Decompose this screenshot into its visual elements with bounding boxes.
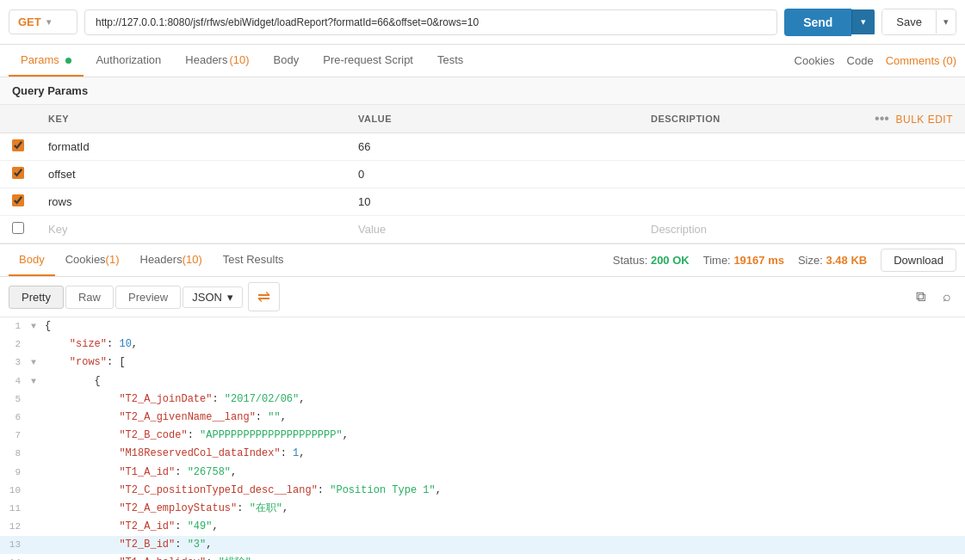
method-chevron-icon: ▾ <box>46 17 51 27</box>
desc-col-header: DESCRIPTION <box>639 105 792 133</box>
value-cell: 66 <box>346 133 639 161</box>
line-arrow: ▼ <box>31 354 45 370</box>
method-selector[interactable]: GET ▾ <box>9 9 77 34</box>
resp-tab-cookies[interactable]: Cookies(1) <box>55 244 130 276</box>
row-checkbox[interactable] <box>12 194 24 206</box>
resp-tab-test-results[interactable]: Test Results <box>213 244 294 276</box>
preview-button[interactable]: Preview <box>115 286 181 309</box>
tab-authorization[interactable]: Authorization <box>84 45 173 77</box>
line-content: "M18ReservedCol_dataIndex": 1, <box>45 446 305 462</box>
line-content: "T2_A_employStatus": "在职", <box>45 501 288 517</box>
save-button[interactable]: Save <box>882 9 936 34</box>
line-number: 1 <box>0 318 31 335</box>
save-button-group: Save ▾ <box>881 9 956 35</box>
value-col-header: VALUE <box>346 105 639 133</box>
tab-params[interactable]: Params <box>9 45 84 77</box>
line-content: "T2_A_joinDate": "2017/02/06", <box>45 391 305 408</box>
line-number: 4 <box>0 373 31 390</box>
value-cell: 0 <box>346 161 639 188</box>
comments-link[interactable]: Comments (0) <box>886 54 956 67</box>
copy-icon[interactable]: ⧉ <box>911 286 931 308</box>
more-options-button[interactable]: ••• <box>871 111 893 126</box>
status-value: 200 OK <box>651 254 690 267</box>
view-bar: Pretty Raw Preview JSON ▾ ⇌ ⧉ ⌕ <box>0 277 965 317</box>
line-number: 2 <box>0 336 31 353</box>
row-checkbox[interactable] <box>12 139 24 151</box>
line-arrow <box>31 555 45 557</box>
line-arrow <box>31 336 45 338</box>
code-area[interactable]: 1▼{2 "size": 10,3▼ "rows": [4▼ {5 "T2_A_… <box>0 317 965 560</box>
placeholder-checkbox-cell <box>0 216 36 243</box>
line-content: "T2_A_id": "49", <box>45 519 219 535</box>
table-row: formatId 66 <box>0 133 965 161</box>
line-arrow <box>31 483 45 484</box>
line-number: 5 <box>0 391 31 408</box>
actions-col-header: ••• Bulk Edit <box>792 105 965 133</box>
resp-tab-body[interactable]: Body <box>9 244 55 276</box>
query-params-title: Query Params <box>0 77 965 105</box>
top-tab-bar: Params Authorization Headers(10) Body Pr… <box>0 45 965 77</box>
line-arrow <box>31 465 45 466</box>
send-button-group: Send ▾ <box>784 9 875 36</box>
desc-cell <box>639 133 792 161</box>
line-number: 8 <box>0 446 31 462</box>
code-line: 2 "size": 10, <box>0 335 965 354</box>
table-row: offset 0 <box>0 161 965 188</box>
line-content: "size": 10, <box>45 336 138 353</box>
line-arrow <box>31 519 45 520</box>
code-line: 10 "T2_C_positionTypeId_desc__lang": "Po… <box>0 482 965 500</box>
code-link[interactable]: Code <box>847 54 874 67</box>
line-content: "T2_B_code": "APPPPPPPPPPPPPPPPPPPP", <box>45 428 349 444</box>
params-table-body: formatId 66 offset 0 rows 10 <box>0 133 965 243</box>
pretty-button[interactable]: Pretty <box>9 286 64 309</box>
placeholder-key-cell: Key <box>36 216 346 243</box>
line-arrow <box>31 537 45 538</box>
download-button[interactable]: Download <box>881 249 956 272</box>
line-arrow <box>31 501 45 502</box>
row-checkbox[interactable] <box>12 167 24 179</box>
tab-tests[interactable]: Tests <box>425 45 475 77</box>
placeholder-row-actions <box>792 216 965 243</box>
code-line: 4▼ { <box>0 372 965 391</box>
wrap-button[interactable]: ⇌ <box>248 282 280 311</box>
url-input[interactable] <box>84 9 777 35</box>
line-content: "T1_A_id": "26758", <box>45 465 237 481</box>
key-cell: rows <box>36 188 346 216</box>
tab-bar-right: Cookies Code Comments (0) <box>795 54 956 67</box>
line-number: 14 <box>0 555 31 560</box>
bulk-edit-button[interactable]: Bulk Edit <box>895 114 953 126</box>
line-content: "T2_B_id": "3", <box>45 537 212 553</box>
raw-button[interactable]: Raw <box>65 286 114 309</box>
send-chevron-icon[interactable]: ▾ <box>851 9 875 34</box>
code-line: 13 "T2_B_id": "3", <box>0 536 965 554</box>
row-actions <box>792 133 965 161</box>
send-button[interactable]: Send <box>784 9 851 36</box>
tab-prerequest[interactable]: Pre-request Script <box>311 45 425 77</box>
checkbox-cell <box>0 188 36 216</box>
time-label: Time: 19167 ms <box>703 254 784 267</box>
code-line: 1▼{ <box>0 317 965 335</box>
row-actions <box>792 188 965 216</box>
resp-tab-headers[interactable]: Headers(10) <box>130 244 213 276</box>
code-line: 3▼ "rows": [ <box>0 354 965 372</box>
row-actions <box>792 161 965 188</box>
key-cell: offset <box>36 161 346 188</box>
params-dot <box>65 58 71 64</box>
format-selector[interactable]: JSON ▾ <box>182 286 243 308</box>
search-icon[interactable]: ⌕ <box>937 286 956 308</box>
code-line: 5 "T2_A_joinDate": "2017/02/06", <box>0 391 965 409</box>
method-label: GET <box>18 15 41 28</box>
line-number: 11 <box>0 501 31 517</box>
cookies-link[interactable]: Cookies <box>795 54 835 67</box>
format-label: JSON <box>192 291 222 304</box>
response-tab-bar: Body Cookies(1) Headers(10) Test Results… <box>0 244 965 277</box>
desc-cell <box>639 188 792 216</box>
placeholder-desc-cell: Description <box>639 216 792 243</box>
tab-body[interactable]: Body <box>262 45 312 77</box>
params-table: KEY VALUE DESCRIPTION ••• Bulk Edit form… <box>0 105 965 243</box>
save-chevron-icon[interactable]: ▾ <box>936 10 956 34</box>
tab-headers[interactable]: Headers(10) <box>173 45 261 77</box>
code-line: 7 "T2_B_code": "APPPPPPPPPPPPPPPPPPPP", <box>0 427 965 445</box>
line-number: 3 <box>0 354 31 371</box>
placeholder-checkbox[interactable] <box>12 222 24 234</box>
